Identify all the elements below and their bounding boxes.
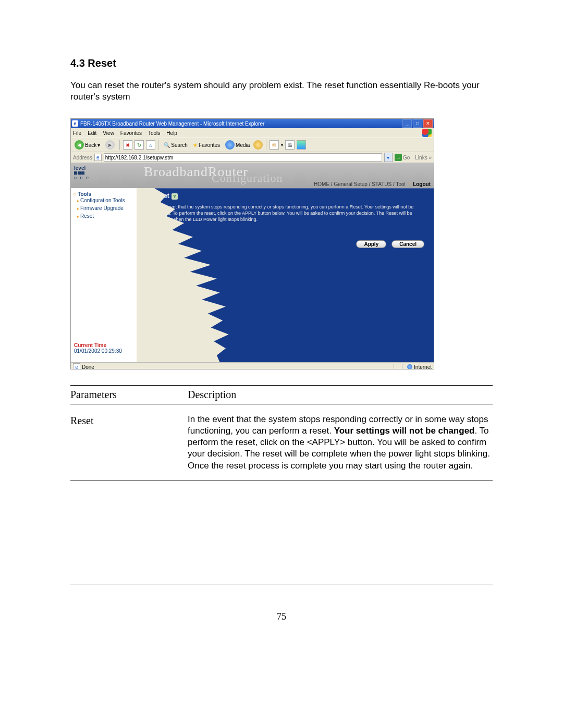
favorites-button[interactable]: ★ Favorites	[191, 142, 222, 149]
star-icon: ★	[193, 142, 198, 148]
nav-status[interactable]: STATUS	[372, 181, 391, 187]
screenshot-ie-window: e FBR-1406TX Broadband Router Web Manage…	[70, 118, 434, 369]
window-titlebar: e FBR-1406TX Broadband Router Web Manage…	[71, 119, 434, 128]
refresh-button[interactable]: ↻	[134, 140, 144, 150]
banner-subtitle: Configuration	[212, 171, 283, 185]
intro-paragraph: You can reset the router's system should…	[70, 80, 493, 103]
page-icon: e	[94, 154, 102, 161]
menu-view[interactable]: View	[103, 130, 114, 136]
panel-heading: Reset?	[152, 192, 178, 200]
menu-help[interactable]: Help	[166, 130, 177, 136]
search-icon: 🔍	[164, 142, 170, 148]
chevron-down-icon: ▾	[97, 142, 100, 148]
nav-tool[interactable]: Tool	[396, 181, 405, 187]
back-arrow-icon: ◄	[75, 140, 84, 150]
help-icon[interactable]: ?	[172, 193, 178, 200]
panel-description: In the event that the system stops respo…	[152, 204, 429, 223]
nav-home[interactable]: HOME	[314, 181, 329, 187]
menu-favorites[interactable]: Favorites	[120, 130, 142, 136]
window-title: FBR-1406TX Broadband Router Web Manageme…	[80, 121, 401, 127]
menu-file[interactable]: File	[73, 130, 81, 136]
nav-logout[interactable]: Logout	[413, 181, 431, 187]
levelone-logo: level o n e	[74, 165, 90, 180]
stop-button[interactable]: ✖	[123, 140, 132, 150]
history-button[interactable]	[253, 140, 263, 150]
maximize-button[interactable]: □	[413, 119, 422, 128]
sidebar-item-config-tools[interactable]: ▸Configuration Tools	[77, 197, 134, 205]
apply-button[interactable]: Apply	[356, 240, 386, 248]
nav-general-setup[interactable]: General Setup	[334, 181, 368, 187]
forward-button[interactable]: ►	[104, 140, 116, 150]
section-heading: 4.3 Reset	[70, 57, 493, 69]
print-button[interactable]: 🖶	[285, 140, 295, 150]
close-button[interactable]: ✕	[423, 119, 433, 128]
address-input[interactable]	[104, 153, 382, 162]
td-desc: In the event that the system stops respo…	[188, 414, 493, 471]
router-page: level o n e BroadbandRouter Configuratio…	[71, 163, 434, 362]
discuss-button[interactable]	[297, 140, 306, 150]
router-nav: HOME / General Setup / STATUS / Tool ○ L…	[314, 181, 431, 187]
menu-bar: File Edit View Favorites Tools Help	[71, 128, 434, 138]
menu-tools[interactable]: Tools	[148, 130, 160, 136]
router-header: level o n e BroadbandRouter Configuratio…	[71, 163, 434, 188]
sidebar-item-firmware[interactable]: ▸Firmware Upgrade	[77, 205, 134, 213]
media-button[interactable]: Media	[224, 140, 251, 150]
ie-icon: e	[72, 120, 78, 127]
chevron-down-icon[interactable]: ▾	[281, 143, 283, 147]
status-bar: e Done Internet	[71, 362, 434, 369]
address-dropdown[interactable]: ▾	[384, 153, 393, 162]
th-parameters: Parameters	[70, 389, 188, 401]
cancel-button[interactable]: Cancel	[391, 240, 424, 248]
home-button[interactable]: ⌂	[146, 140, 155, 150]
router-main-panel: Reset? In the event that the system stop…	[137, 188, 434, 362]
td-param: Reset	[70, 414, 188, 471]
go-arrow-icon: →	[395, 154, 402, 161]
media-icon	[225, 140, 235, 150]
address-label: Address	[73, 155, 92, 161]
menu-edit[interactable]: Edit	[88, 130, 96, 136]
sidebar-item-reset[interactable]: ▸Reset	[77, 213, 134, 220]
forward-arrow-icon: ►	[105, 140, 115, 150]
status-text: Done	[82, 364, 94, 370]
page-number: 75	[70, 611, 493, 622]
toolbar: ◄ Back ▾ ► ✖ ↻ ⌂ 🔍 Search ★ Favorites	[71, 138, 434, 152]
th-description: Description	[188, 389, 493, 401]
windows-logo-icon	[422, 129, 432, 137]
current-time: Current Time 01/01/2002 00:29:30	[74, 342, 122, 354]
go-button[interactable]: → Go	[395, 154, 410, 161]
back-button[interactable]: ◄ Back ▾	[73, 140, 102, 150]
links-label[interactable]: Links »	[415, 155, 432, 161]
address-bar: Address e ▾ → Go Links »	[71, 152, 434, 163]
sidebar-tools-heading: Tools	[78, 191, 91, 197]
page-icon: e	[73, 363, 80, 369]
table-row: Reset In the event that the system stops…	[70, 404, 493, 479]
mail-button[interactable]: ✉	[270, 140, 279, 150]
router-sidebar: ○Tools ▸Configuration Tools ▸Firmware Up…	[71, 188, 137, 362]
status-zone: Internet	[414, 364, 432, 370]
search-button[interactable]: 🔍 Search	[162, 142, 189, 149]
minimize-button[interactable]: _	[402, 119, 412, 128]
zone-internet-icon	[407, 364, 412, 369]
table-header: Parameters Description	[70, 386, 493, 404]
